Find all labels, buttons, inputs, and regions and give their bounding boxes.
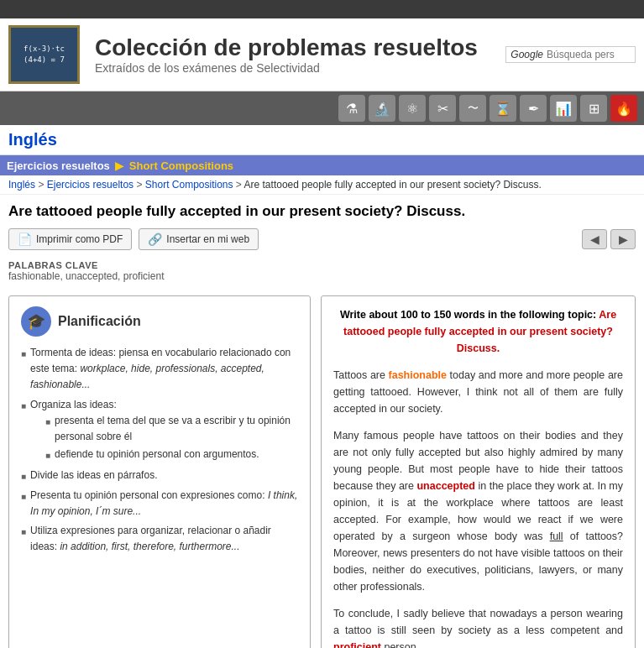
pdf-label: Imprimir como PDF — [36, 233, 123, 245]
list-item: ■ Utiliza expresiones para organizar, re… — [21, 523, 298, 555]
list-item: ■ Divide las ideas en párrafos. — [21, 468, 298, 483]
scissors-icon[interactable]: ✂ — [429, 95, 456, 122]
bullet-icon: ■ — [21, 490, 26, 520]
header: f(x-3)·tc(4+4) = 7 Colección de problema… — [0, 18, 644, 91]
action-bar: 📄 Imprimir como PDF 🔗 Insertar en mi web… — [0, 225, 644, 259]
fire-icon[interactable]: 🔥 — [610, 95, 637, 122]
planning-item1-text: Tormenta de ideas: piensa en vocabulario… — [30, 345, 298, 394]
page-title: Are tattooed people fully accepted in ou… — [8, 203, 636, 220]
bullet-icon: ■ — [21, 348, 26, 394]
breadcrumb-current: Are tattooed people fully accepted in ou… — [244, 179, 542, 191]
breadcrumb-short[interactable]: Short Compositions — [145, 179, 233, 191]
bullet-icon: ■ — [21, 470, 26, 483]
comp-proficient: proficient — [333, 641, 381, 648]
breadcrumb-sep2: > — [136, 179, 144, 191]
comp-topic-paragraph: Write about 100 to 150 words in the foll… — [333, 306, 623, 357]
pdf-button[interactable]: 📄 Imprimir como PDF — [8, 228, 132, 250]
breadcrumb-sep3: > — [236, 179, 244, 191]
search-box[interactable]: Google — [505, 46, 636, 63]
column-icon[interactable]: ⊞ — [580, 95, 607, 122]
subject-bar: Inglés — [0, 125, 644, 155]
planning-header: 🎓 Planificación — [21, 306, 298, 337]
top-bar — [0, 0, 644, 18]
list-item: ■ Organiza las ideas: ■ presenta el tema… — [21, 397, 298, 465]
comp-p3-before: To conclude, I sadly believe that nowada… — [333, 608, 623, 636]
comp-p3-after: person. — [381, 641, 419, 648]
section-nav-active: Short Compositions — [129, 159, 233, 172]
sub-bullet-icon: ■ — [45, 449, 50, 462]
bullet-icon: ■ — [21, 400, 26, 465]
comp-paragraph3: To conclude, I sadly believe that nowada… — [333, 605, 623, 648]
planning-title: Planificación — [58, 314, 141, 329]
comp-fashionable: fashionable — [389, 369, 447, 381]
keywords-label: PALABRAS CLAVE — [8, 260, 636, 270]
comp-paragraph1: Tattoos are fashionable today and more a… — [333, 367, 623, 417]
breadcrumb-sep1: > — [38, 179, 46, 191]
list-item: ■ Presenta tu opinión personal con expre… — [21, 488, 298, 520]
main-content: 🎓 Planificación ■ Tormenta de ideas: pie… — [0, 289, 644, 648]
section-nav: Ejercicios resueltos ▶ Short Composition… — [0, 155, 644, 175]
keywords-values: fashionable, unaccepted, proficient — [8, 270, 636, 282]
section-nav-arrow: ▶ — [115, 159, 124, 172]
subitem2-text: defiende tu opinión personal con argumen… — [55, 447, 259, 462]
planning-item3-text: Divide las ideas en párrafos. — [30, 468, 157, 483]
subject-title[interactable]: Inglés — [8, 130, 57, 149]
insert-label: Insertar en mi web — [166, 233, 249, 245]
prev-arrow-button[interactable]: ◀ — [582, 229, 607, 249]
bullet-icon: ■ — [21, 525, 26, 555]
insert-icon: 🔗 — [148, 233, 162, 246]
nav-arrows: ◀ ▶ — [582, 229, 636, 249]
wave-icon[interactable]: 〜 — [459, 95, 486, 122]
logo-text: f(x-3)·tc(4+4) = 7 — [24, 44, 65, 65]
google-label: Google — [510, 49, 543, 60]
list-item: ■ Tormenta de ideas: piensa en vocabular… — [21, 345, 298, 394]
comp-full: full — [550, 530, 563, 542]
list-item: ■ defiende tu opinión personal con argum… — [45, 447, 298, 462]
planning-panel: 🎓 Planificación ■ Tormenta de ideas: pie… — [8, 295, 311, 648]
planning-item5-text: Utiliza expresiones para organizar, rela… — [30, 523, 298, 555]
microscope-icon[interactable]: 🔬 — [369, 95, 395, 122]
breadcrumb-ingles[interactable]: Inglés — [8, 179, 35, 191]
search-input[interactable] — [547, 49, 631, 60]
planning-item4-italic: I think, In my opinion, I´m sure... — [30, 489, 297, 517]
breadcrumb: Inglés > Ejercicios resueltos > Short Co… — [0, 175, 644, 195]
chart-icon[interactable]: 📊 — [550, 95, 577, 122]
planning-item1-italic: workplace, hide, professionals, accepted… — [30, 363, 264, 390]
comp-unaccepted: unaccepted — [416, 480, 474, 492]
planning-item5-italic: in addition, first, therefore, furthermo… — [60, 541, 239, 552]
sub-bullet-icon: ■ — [45, 415, 50, 445]
planning-item4-text: Presenta tu opinión personal con expresi… — [30, 488, 298, 520]
atom-icon[interactable]: ⚛ — [399, 95, 426, 122]
flask-icon[interactable]: ⚗ — [338, 95, 365, 122]
page-title-bar: Are tattooed people fully accepted in ou… — [0, 195, 644, 225]
composition-panel: Write about 100 to 150 words in the foll… — [321, 295, 636, 648]
comp-topic-intro: Write about 100 to 150 words in the foll… — [340, 309, 599, 321]
planning-item2-text: Organiza las ideas: ■ presenta el tema d… — [30, 397, 298, 465]
planning-icon: 🎓 — [21, 306, 51, 337]
site-title: Colección de problemas resueltos — [95, 34, 505, 61]
breadcrumb-ejercicios[interactable]: Ejercicios resueltos — [47, 179, 134, 191]
site-logo: f(x-3)·tc(4+4) = 7 — [8, 25, 80, 84]
header-title-area: Colección de problemas resueltos Extraíd… — [95, 34, 505, 75]
hourglass-icon[interactable]: ⌛ — [490, 95, 516, 122]
list-item: ■ presenta el tema del que se va a escri… — [45, 413, 298, 445]
subitem1-text: presenta el tema del que se va a escribi… — [55, 413, 298, 445]
planning-list: ■ Tormenta de ideas: piensa en vocabular… — [21, 345, 298, 555]
nav-icons-bar: ⚗ 🔬 ⚛ ✂ 〜 ⌛ ✒ 📊 ⊞ 🔥 — [0, 91, 644, 125]
comp-p1-before: Tattoos are — [333, 369, 389, 381]
pen-icon[interactable]: ✒ — [520, 95, 547, 122]
comp-paragraph2: Many famous people have tattoos on their… — [333, 427, 623, 595]
keywords-section: PALABRAS CLAVE fashionable, unaccepted, … — [0, 259, 644, 289]
pdf-icon: 📄 — [18, 233, 32, 246]
site-subtitle: Extraídos de los exámenes de Selectivida… — [95, 61, 505, 75]
sub-list: ■ presenta el tema del que se va a escri… — [30, 413, 298, 463]
insert-button[interactable]: 🔗 Insertar en mi web — [139, 228, 259, 250]
section-nav-item1[interactable]: Ejercicios resueltos — [7, 159, 110, 172]
next-arrow-button[interactable]: ▶ — [610, 229, 636, 249]
